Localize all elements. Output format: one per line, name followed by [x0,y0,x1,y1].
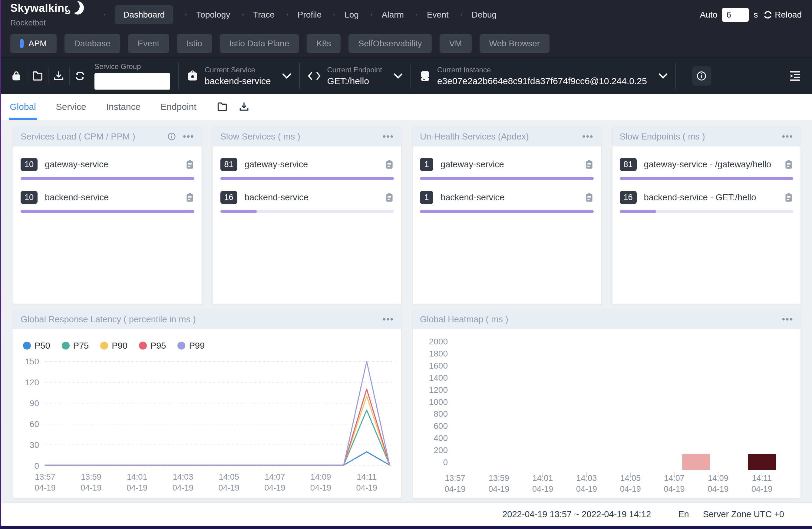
collapse-panel-icon[interactable] [788,69,802,83]
nav-item-alarm[interactable]: Alarm [370,10,416,20]
feature-tab-istio-data-plane[interactable]: Istio Data Plane [220,34,299,53]
active-tab-pill [20,39,24,48]
nav-item-debug[interactable]: Debug [460,10,508,20]
folder-icon[interactable] [30,65,45,87]
copy-icon[interactable] [385,160,394,170]
service-group-label: Service Group [95,62,170,71]
metric-row[interactable]: 81 gateway-service [220,158,394,180]
current-endpoint-selector[interactable]: Current Endpoint GET:/hello [308,66,402,86]
nav-item-trace[interactable]: Trace [242,10,286,20]
svg-text:04-19: 04-19 [532,485,553,494]
tab-service[interactable]: Service [56,94,86,120]
copy-icon[interactable] [185,192,194,203]
feature-tab-database[interactable]: Database [64,34,120,53]
current-instance-selector[interactable]: Current Instance e3e07e2a2b664e8c91fda37… [419,66,668,86]
feature-tab-istio[interactable]: Istio [177,34,212,53]
nav-item-log[interactable]: Log [333,10,370,20]
nav-item-profile[interactable]: Profile [286,10,333,20]
copy-icon[interactable] [585,160,594,170]
metric-name: gateway-service - /gateway/hello [644,160,771,170]
time-range-picker[interactable]: 2022-04-19 13:57 ~ 2022-04-19 14:12 [502,509,651,519]
legend-label: P50 [34,341,50,351]
svg-text:04-19: 04-19 [488,485,509,494]
feature-tab-vm[interactable]: VM [440,34,472,53]
metric-bar-fill [420,177,594,180]
copy-icon[interactable] [784,192,793,203]
feature-tab-event[interactable]: Event [128,34,169,53]
legend-item-p95[interactable]: P95 [139,341,166,351]
chevron-down-icon[interactable] [394,73,403,79]
metric-bar-fill [420,210,594,213]
legend-label: P75 [73,341,89,351]
metric-row[interactable]: 10 gateway-service [20,158,194,180]
card-title: Slow Endpoints ( ms ) [620,132,705,142]
current-service-selector[interactable]: Current Service backend-service [187,66,291,86]
legend-item-p50[interactable]: P50 [23,341,50,351]
metric-name: gateway-service [45,160,108,170]
metric-row[interactable]: 1 backend-service [420,191,594,213]
metric-value-badge: 16 [220,191,237,204]
card-title: Un-Health Services (Apdex) [420,132,528,142]
download-icon[interactable] [238,101,250,113]
metric-name: backend-service [440,192,504,203]
auto-interval-input[interactable] [722,8,749,22]
folder-icon[interactable] [216,101,228,113]
info-button[interactable] [692,66,711,86]
nav-item-dashboard[interactable]: Dashboard [103,10,185,20]
tab-instance[interactable]: Instance [106,94,141,120]
svg-text:04-19: 04-19 [445,485,465,494]
footer-bar: 2022-04-19 13:57 ~ 2022-04-19 14:12 En S… [0,502,812,526]
svg-text:14:09: 14:09 [310,472,331,482]
metric-row[interactable]: 16 backend-service - GET:/hello [620,191,794,213]
metric-bar-fill [20,177,194,180]
copy-icon[interactable] [185,160,194,170]
feature-tab-apm[interactable]: APM [10,34,57,53]
crescent-moon-icon [72,0,82,16]
nav-item-topology[interactable]: Topology [185,10,242,20]
svg-text:0: 0 [34,461,39,471]
legend-item-p75[interactable]: P75 [62,341,89,351]
metric-row[interactable]: 81 gateway-service - /gateway/hello [620,158,794,180]
card-menu-icon[interactable]: ••• [782,132,793,141]
legend-label: P90 [112,341,128,351]
tab-global[interactable]: Global [10,94,36,120]
svg-text:14:07: 14:07 [265,472,285,482]
feature-tab-k8s[interactable]: K8s [307,34,340,53]
card-menu-icon[interactable]: ••• [382,132,394,141]
lock-icon[interactable] [9,65,24,87]
legend-dot [139,342,147,350]
chevron-down-icon[interactable] [658,73,668,79]
tab-endpoint[interactable]: Endpoint [160,94,196,120]
card-menu-icon[interactable]: ••• [782,315,793,324]
svg-text:800: 800 [434,409,448,418]
service-group-input[interactable] [95,73,170,90]
legend-dot [177,342,185,350]
feature-tab-web-browser[interactable]: Web Browser [480,34,550,53]
server-zone-label: Server Zone UTC +0 [703,509,784,519]
legend-item-p99[interactable]: P99 [177,341,205,351]
legend-item-p90[interactable]: P90 [100,341,128,351]
svg-text:14:03: 14:03 [577,474,597,483]
reload-icon [763,10,773,20]
info-icon[interactable] [167,132,176,141]
metric-bar-track [20,177,194,180]
card-menu-icon[interactable]: ••• [582,132,594,141]
svg-text:13:59: 13:59 [81,472,101,482]
download-icon[interactable] [51,65,67,87]
metric-row[interactable]: 16 backend-service [220,191,394,213]
feature-tab-selfobservability[interactable]: SelfObservability [348,34,432,53]
refresh-icon[interactable] [72,65,88,87]
copy-icon[interactable] [784,160,793,170]
card-menu-icon[interactable]: ••• [382,315,394,324]
metric-row[interactable]: 10 backend-service [20,191,194,213]
card-menu-icon[interactable]: ••• [183,132,194,141]
chevron-down-icon[interactable] [282,73,291,79]
nav-item-event[interactable]: Event [416,10,460,20]
copy-icon[interactable] [385,192,394,203]
copy-icon[interactable] [585,192,594,203]
reload-button[interactable]: Reload [763,10,802,20]
language-toggle[interactable]: En [678,509,689,519]
svg-text:14:11: 14:11 [752,474,772,483]
current-endpoint-value: GET:/hello [327,76,382,86]
metric-row[interactable]: 1 gateway-service [420,158,594,180]
